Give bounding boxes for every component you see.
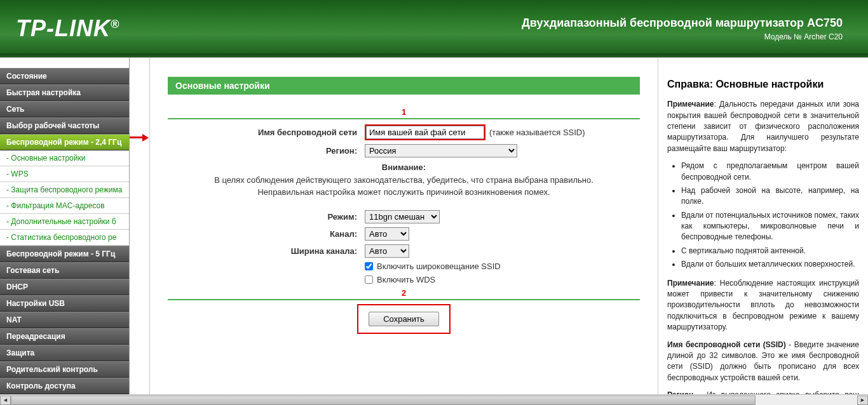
logo-text: TP-LINK xyxy=(16,15,111,41)
sidebar-sub-item[interactable]: - WPS xyxy=(0,166,129,182)
help-bullet: Над рабочей зоной на высоте, например, н… xyxy=(681,185,859,208)
sidebar-item[interactable]: Беспроводной режим - 5 ГГц xyxy=(0,246,129,262)
sidebar-item[interactable]: Защита xyxy=(0,345,129,361)
save-button[interactable]: Сохранить xyxy=(369,312,439,326)
header-right: Двухдиапазонный беспроводной маршрутизат… xyxy=(522,17,843,41)
help-bullets: Рядом с предполагаемым центром вашей бес… xyxy=(667,161,859,270)
label-wds: Включить WDS xyxy=(377,275,435,284)
attention-text-1: В целях соблюдения действующего законода… xyxy=(214,175,593,185)
logo-reg: ® xyxy=(111,18,119,30)
brand-logo: TP-LINK® xyxy=(16,15,119,42)
divider-column xyxy=(130,58,150,405)
sidebar-sub-item[interactable]: - Основные настройки xyxy=(0,150,129,166)
sidebar: СостояниеБыстрая настройкаСетьВыбор рабо… xyxy=(0,58,130,405)
row-wds: Включить WDS xyxy=(168,275,640,284)
annotation-marker-1: 1 xyxy=(168,107,640,117)
annotation-marker-2: 2 xyxy=(168,288,640,298)
sidebar-sub-item[interactable]: - Фильтрация MAC-адресов xyxy=(0,198,129,214)
label-region: Регион: xyxy=(168,146,365,156)
sidebar-sub-item[interactable]: - Дополнительные настройки б xyxy=(0,214,129,230)
sidebar-item[interactable]: DHCP xyxy=(0,279,129,295)
sidebar-item[interactable]: Настройки USB xyxy=(0,295,129,312)
input-ssid[interactable] xyxy=(366,126,484,139)
help-title: Справка: Основные настройки xyxy=(667,77,859,91)
help-bullet: Рядом с предполагаемым центром вашей бес… xyxy=(681,161,859,183)
label-width: Ширина канала: xyxy=(168,246,365,256)
help-panel: Справка: Основные настройки Примечание: … xyxy=(658,58,868,405)
checkbox-wds[interactable] xyxy=(365,276,373,284)
select-region[interactable]: Россия xyxy=(365,144,517,157)
label-ssid: Имя беспроводной сети xyxy=(168,128,365,137)
sidebar-item[interactable]: Гостевая сеть xyxy=(0,262,129,279)
help-bullet: Вдали от больших металлических поверхнос… xyxy=(681,259,859,270)
row-channel: Канал: Авто xyxy=(168,227,640,241)
sidebar-item[interactable]: Сеть xyxy=(0,101,129,117)
label-attention: Внимание: xyxy=(382,163,426,172)
label-mode: Режим: xyxy=(168,212,365,222)
scroll-track[interactable] xyxy=(11,395,857,405)
select-mode[interactable]: 11bgn смешан xyxy=(365,210,440,223)
sidebar-item[interactable]: Быстрая настройка xyxy=(0,84,129,101)
separator-line-2 xyxy=(168,299,640,300)
sidebar-item[interactable]: Родительский контроль xyxy=(0,361,129,378)
attention-block: Внимание: В целях соблюдения действующег… xyxy=(168,161,640,199)
device-title: Двухдиапазонный беспроводной маршрутизат… xyxy=(522,17,843,30)
help-note-1: Примечание xyxy=(667,100,714,109)
sidebar-item[interactable]: Выбор рабочей частоты xyxy=(0,117,129,134)
hint-ssid: (также называется SSID) xyxy=(489,128,585,137)
app-header: TP-LINK® Двухдиапазонный беспроводной ма… xyxy=(0,0,868,57)
select-channel[interactable]: Авто xyxy=(365,227,409,241)
scroll-thumb[interactable] xyxy=(11,395,756,405)
highlight-ssid xyxy=(365,124,485,140)
checkbox-broadcast[interactable] xyxy=(365,262,373,270)
highlight-save: Сохранить xyxy=(357,304,451,334)
scroll-left-button[interactable]: ◄ xyxy=(0,395,11,405)
select-width[interactable]: Авто xyxy=(365,244,409,258)
separator-line-1 xyxy=(168,118,640,119)
scroll-right-button[interactable]: ► xyxy=(857,395,868,405)
help-ssid-bold: Имя беспроводной сети (SSID) xyxy=(667,340,786,349)
sidebar-item[interactable]: Контроль доступа xyxy=(0,378,129,394)
label-broadcast: Включить широковещание SSID xyxy=(377,262,501,271)
label-channel: Канал: xyxy=(168,229,365,239)
help-bullet: С вертикально поднятой антенной. xyxy=(681,246,859,256)
sidebar-sub-item[interactable]: - Статистика беспроводного ре xyxy=(0,230,129,246)
panel-title: Основные настройки xyxy=(168,77,640,95)
row-mode: Режим: 11bgn смешан xyxy=(168,210,640,223)
help-bullet: Вдали от потенциальных источников помех,… xyxy=(681,210,859,243)
main-panel: Основные настройки 1 Имя беспроводной се… xyxy=(150,58,658,405)
attention-text-2: Неправильная настройка может послужить п… xyxy=(257,187,550,197)
bottom-scrollbar[interactable]: ◄ ► xyxy=(0,394,868,405)
row-region: Регион: Россия xyxy=(168,144,640,157)
device-model: Модель № Archer C20 xyxy=(522,32,843,41)
sidebar-item[interactable]: NAT xyxy=(0,312,129,328)
sidebar-item[interactable]: Беспроводной режим - 2,4 ГГц xyxy=(0,134,129,150)
row-broadcast: Включить широковещание SSID xyxy=(168,262,640,271)
sidebar-sub-item[interactable]: - Защита беспроводного режима xyxy=(0,182,129,198)
row-ssid: Имя беспроводной сети (также называется … xyxy=(168,124,640,140)
sidebar-item[interactable]: Переадресация xyxy=(0,328,129,345)
help-note-2: Примечание xyxy=(667,279,714,288)
sidebar-item[interactable]: Состояние xyxy=(0,68,129,84)
row-width: Ширина канала: Авто xyxy=(168,244,640,258)
